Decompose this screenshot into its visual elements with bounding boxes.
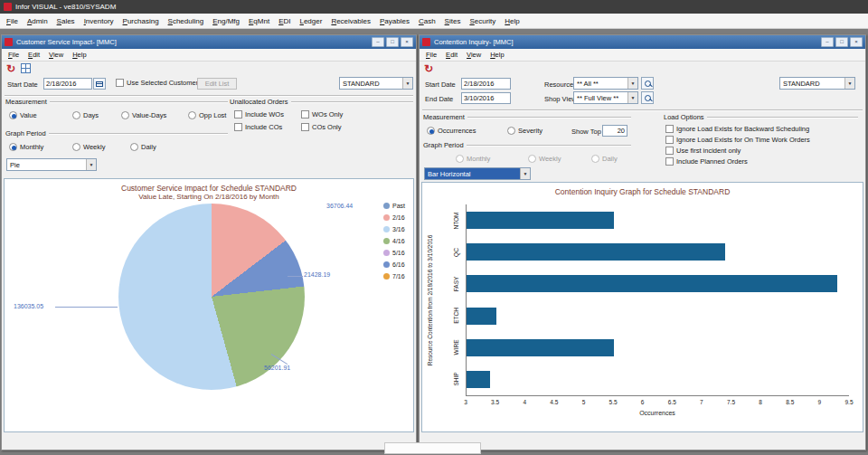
end-date-input[interactable]: 3/10/2016 [461,92,511,104]
radio-icon[interactable] [72,111,80,119]
menu-item-security[interactable]: Security [465,15,500,27]
refresh-icon[interactable]: ↻ [6,63,15,74]
radio-icon[interactable] [9,111,17,119]
menu-item-help[interactable]: Help [500,15,524,27]
menu-item-help[interactable]: Help [486,50,508,60]
use-first-incident-checkbox[interactable]: Use first incident only [665,147,741,155]
radio-value-days[interactable]: Value-Days [121,111,166,119]
radio-icon[interactable] [9,143,17,151]
calendar-icon[interactable] [93,78,106,90]
menu-item-view[interactable]: View [462,50,486,60]
window-titlebar[interactable]: Contention Inquiry- [MMC] – □ × [420,35,865,49]
close-icon[interactable]: × [850,37,863,47]
menu-item-cash[interactable]: Cash [414,15,440,27]
menu-item-sites[interactable]: Sites [440,15,466,27]
chevron-down-icon[interactable]: ▼ [627,78,637,89]
checkbox-icon[interactable] [301,123,309,131]
radio-icon[interactable] [130,143,138,151]
chevron-down-icon[interactable]: ▼ [520,168,530,179]
window-titlebar[interactable]: Customer Service Impact- [MMC] – □ × [2,35,416,49]
menu-item-view[interactable]: View [44,50,68,60]
radio-severity[interactable]: Severity [507,127,542,135]
menu-item-inventory[interactable]: Inventory [80,15,118,27]
radio-icon[interactable] [188,111,196,119]
infor-logo-icon [4,3,12,11]
start-date-input[interactable]: 2/18/2016 [461,78,511,90]
menu-item-receivables[interactable]: Receivables [326,15,375,27]
menu-item-eqmnt[interactable]: EqMnt [244,15,274,27]
refresh-icon[interactable]: ↻ [424,63,433,74]
grid-icon[interactable] [21,63,31,73]
checkbox-icon[interactable] [116,79,124,87]
include-wos-checkbox[interactable]: Include WOs [234,110,284,118]
window-toolbar: ↻ [2,62,416,75]
radio-value[interactable]: Value [9,111,37,119]
checkbox-icon[interactable] [665,157,674,166]
menu-item-edit[interactable]: Edit [24,50,44,60]
bar-plot-area: NTOM QC FASY ETCH [466,204,849,396]
chevron-down-icon[interactable]: ▼ [627,92,637,103]
radio-opp-lost[interactable]: Opp Lost [188,111,226,119]
ignore-load-ontime-checkbox[interactable]: Ignore Load Exists for On Time Work Orde… [665,136,810,144]
schedule-value: STANDARD [340,78,402,89]
minimize-icon[interactable]: – [821,37,834,47]
radio-label: Opp Lost [199,111,226,119]
magnifier-icon[interactable] [641,91,654,104]
minimize-icon[interactable]: – [372,37,384,47]
chart-type-dropdown[interactable]: Pie ▼ [6,158,97,171]
checkbox-icon[interactable] [301,110,309,118]
shop-view-dropdown[interactable]: ** Full View ** ▼ [573,91,638,104]
checkbox-icon[interactable] [234,123,242,131]
radio-daily[interactable]: Daily [130,143,156,151]
checkbox-icon[interactable] [665,136,674,144]
restore-icon[interactable]: □ [386,37,399,47]
radio-occurrences[interactable]: Occurrences [427,127,476,135]
checkbox-icon[interactable] [665,125,674,133]
start-date-input[interactable]: 2/18/2016 [43,78,92,90]
radio-icon[interactable] [72,143,80,151]
checkbox-label: COs Only [312,123,342,131]
chevron-down-icon[interactable]: ▼ [402,78,412,89]
menu-item-scheduling[interactable]: Scheduling [164,15,209,27]
checkbox-icon[interactable] [234,110,242,118]
ignore-load-backward-checkbox[interactable]: Ignore Load Exists for Backward Scheduli… [665,125,809,133]
menu-item-sales[interactable]: Sales [52,15,80,27]
schedule-dropdown[interactable]: STANDARD ▼ [339,77,413,90]
wos-only-checkbox[interactable]: WOs Only [301,110,343,118]
menu-item-edi[interactable]: EDI [274,15,295,27]
include-cos-checkbox[interactable]: Include COs [234,123,282,131]
horizontal-scrollbar[interactable] [384,442,481,454]
include-planned-orders-checkbox[interactable]: Include Planned Orders [665,157,748,166]
show-top-input[interactable]: 20 [602,125,627,137]
resource-dropdown[interactable]: ** All ** ▼ [573,77,638,90]
close-icon[interactable]: × [401,37,413,47]
menu-item-file[interactable]: File [2,15,23,27]
magnifier-icon[interactable] [641,77,654,90]
radio-weekly[interactable]: Weekly [72,143,105,151]
radio-icon[interactable] [507,127,515,135]
main-titlebar[interactable]: Infor VISUAL - ve810/SYSADM [0,0,868,14]
radio-icon[interactable] [427,127,435,135]
chevron-down-icon[interactable]: ▼ [86,159,96,170]
chart-type-dropdown[interactable]: Bar Horizontal ▼ [424,167,531,180]
schedule-dropdown[interactable]: STANDARD ▼ [779,77,855,90]
menu-item-payables[interactable]: Payables [375,15,414,27]
menu-item-help[interactable]: Help [68,50,90,60]
use-selected-customers-checkbox[interactable]: Use Selected Customers [116,79,202,87]
menu-item-file[interactable]: File [421,50,441,60]
radio-monthly[interactable]: Monthly [9,143,43,151]
checkbox-icon[interactable] [665,147,674,155]
menu-item-eng-mfg[interactable]: Eng/Mfg [208,15,244,27]
chevron-down-icon[interactable]: ▼ [844,78,854,89]
restore-icon[interactable]: □ [835,37,848,47]
cos-only-checkbox[interactable]: COs Only [301,123,342,131]
radio-icon[interactable] [121,111,129,119]
menu-item-edit[interactable]: Edit [441,50,462,60]
menu-item-purchasing[interactable]: Purchasing [118,15,164,27]
legend-item: 2/16 [383,214,405,221]
radio-daily: Daily [591,155,618,163]
menu-item-file[interactable]: File [4,50,24,60]
menu-item-admin[interactable]: Admin [23,15,52,27]
radio-days[interactable]: Days [72,111,99,119]
menu-item-ledger[interactable]: Ledger [295,15,326,27]
